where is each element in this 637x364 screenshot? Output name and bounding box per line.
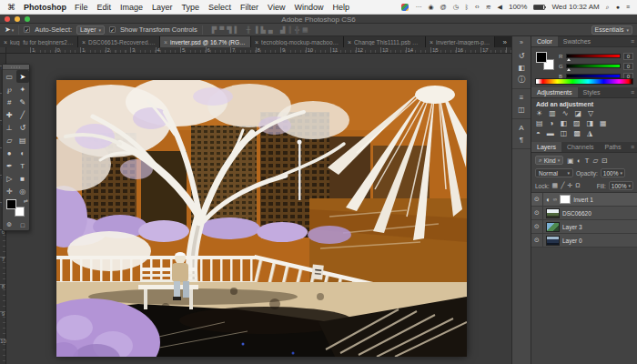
menu-3[interactable]: Layer (152, 3, 173, 12)
healing-brush-tool[interactable]: ✚ (3, 108, 16, 121)
rectangular-marquee-tool[interactable]: ▭ (3, 70, 16, 83)
notification-center-icon[interactable]: ≡ (626, 4, 630, 10)
brush-tool[interactable]: ╱ (16, 108, 30, 121)
layer-name[interactable]: Layer 3 (562, 224, 582, 230)
document-tab-6[interactable]: × inverter-imagem-photoshop (426, 36, 495, 47)
show-transform-checkbox[interactable]: ✓ (109, 26, 116, 33)
color-lookup-icon[interactable]: ▦ (600, 119, 607, 127)
panel-menu-icon[interactable]: ≡ (631, 142, 637, 152)
green-value[interactable]: 0 (623, 63, 633, 70)
layer-row-dsc06620[interactable]: ⊙ DSC06620 (531, 207, 637, 220)
swap-colors-icon[interactable]: ⇄ (24, 197, 28, 204)
move-tool[interactable]: ➤ (16, 70, 30, 83)
crop-tool[interactable]: # (3, 96, 16, 108)
close-icon[interactable]: × (4, 39, 7, 46)
photo-filter-icon[interactable]: ▨ (573, 119, 581, 127)
layer-name[interactable]: Invert 1 (573, 197, 593, 203)
canvas-image[interactable] (56, 80, 467, 357)
lock-transparency-icon[interactable]: ▦ (552, 182, 559, 189)
document-tab-2[interactable]: × DSC06615-Recovered.JPG @ ... (78, 36, 160, 47)
expand-panels-icon[interactable]: » (520, 36, 523, 47)
dodge-tool[interactable]: ◐ (16, 147, 30, 159)
distribute-left-icon[interactable]: ║ (288, 26, 292, 34)
visibility-eye-icon[interactable]: ⊙ (531, 234, 543, 247)
zoom-tool[interactable]: ◎ (16, 185, 30, 197)
swirl-icon[interactable]: @ (440, 4, 447, 10)
auto-select-dropdown[interactable]: Layer ▾ (76, 25, 105, 35)
align-h-centers-icon[interactable]: ▀ (219, 26, 224, 34)
lock-all-icon[interactable]: Ω (575, 182, 580, 189)
character-panel-icon[interactable]: A (519, 122, 523, 134)
panel-menu-icon[interactable]: ≡ (631, 87, 637, 97)
code-brackets-icon[interactable]: ‹› (475, 4, 480, 10)
tab-overflow-button[interactable]: » (499, 36, 511, 47)
history-panel-icon[interactable]: ↺ (519, 50, 525, 62)
close-icon[interactable]: × (348, 39, 351, 46)
align-right-edges-icon[interactable]: ▜ (227, 26, 231, 34)
menu-6[interactable]: Filter (240, 3, 258, 12)
selective-color-icon[interactable]: ▩ (573, 129, 581, 137)
levels-icon[interactable]: ▥ (549, 109, 556, 117)
screen-mode-button[interactable]: □ (16, 219, 30, 230)
distribute-h-centers-icon[interactable]: ╬ (295, 26, 299, 34)
battery-icon[interactable] (533, 5, 545, 10)
quick-mask-mode-button[interactable]: ⊚ (3, 219, 16, 230)
bluetooth-icon[interactable]: ᛒ (465, 4, 469, 10)
red-value[interactable]: 0 (623, 53, 633, 60)
layer-thumbnail[interactable] (546, 208, 560, 218)
clone-stamp-tool[interactable]: ⊥ (3, 121, 16, 134)
current-tool-icon[interactable]: ➤ ▾ (5, 25, 14, 34)
dark-circle-icon[interactable]: ● (616, 4, 620, 10)
tool-presets-panel-icon[interactable]: ≡ (520, 92, 524, 104)
document-tab-5[interactable]: × Change This1111.psb @ 33.3... (344, 36, 426, 47)
exposure-icon[interactable]: ◪ (574, 109, 581, 117)
filter-shape-layers-icon[interactable]: ▱ (592, 157, 598, 165)
layer-filter-dropdown[interactable]: ⌕ Kind ▾ (535, 156, 563, 165)
opacity-field[interactable]: 100% ▾ (601, 168, 625, 177)
foreground-color-swatch[interactable] (6, 199, 16, 209)
type-tool[interactable]: T (16, 159, 30, 172)
tab-color[interactable]: Color (531, 36, 558, 46)
filter-pixel-layers-icon[interactable]: ▣ (567, 157, 573, 165)
layer-thumbnail[interactable] (546, 236, 560, 246)
menu-0[interactable]: File (75, 3, 88, 12)
menu-2[interactable]: Image (120, 3, 143, 12)
align-left-edges-icon[interactable]: ▛ (212, 26, 217, 34)
styles-panel-icon[interactable]: ◫ (518, 104, 525, 116)
document-tab-1[interactable]: × kug_fu for beginners2.psd @... (0, 36, 78, 47)
color-balance-icon[interactable]: ◑ (550, 119, 554, 127)
menu-clock[interactable]: Wed 10:32 AM (551, 3, 599, 11)
tab-channels[interactable]: Channels (561, 142, 600, 152)
posterize-icon[interactable]: ▬ (547, 129, 554, 137)
battery-percent[interactable]: 100% (509, 3, 527, 11)
layer-thumbnail[interactable] (546, 222, 560, 232)
clock-icon[interactable]: ◷ (453, 4, 459, 11)
filter-adjustment-layers-icon[interactable]: ◐ (577, 157, 581, 165)
layer-row-layer-0[interactable]: ⊙ Layer 0 (531, 234, 637, 248)
document-tab-4[interactable]: × tecnoblog-mockup-macbook.psd (251, 36, 344, 47)
align-bottom-edges-icon[interactable]: ▐ (253, 26, 258, 34)
path-selection-tool[interactable]: ▷ (3, 172, 16, 185)
close-icon[interactable]: × (430, 39, 433, 46)
green-slider[interactable] (566, 64, 621, 68)
close-icon[interactable]: × (255, 39, 258, 46)
panel-menu-icon[interactable]: ≡ (631, 36, 637, 46)
menu-4[interactable]: Type (182, 3, 200, 12)
black-white-icon[interactable]: ◧ (560, 119, 567, 127)
align-v-centers-icon[interactable]: ╫ (246, 26, 250, 34)
visibility-eye-icon[interactable]: ⊙ (531, 193, 543, 206)
foreground-color-swatch[interactable] (536, 52, 547, 63)
menu-9[interactable]: Help (332, 3, 349, 12)
layer-name[interactable]: Layer 0 (562, 238, 582, 244)
info-panel-icon[interactable]: ⓘ (518, 74, 525, 86)
distribute-bottom-icon[interactable]: ▟ (280, 26, 285, 34)
align-top-edges-icon[interactable]: ▌ (234, 26, 238, 34)
fill-field[interactable]: 100% ▾ (609, 181, 633, 190)
eraser-tool[interactable]: ▱ (3, 134, 16, 147)
layer-row-invert-1[interactable]: ⊙ ◐ ∞ Invert 1 (531, 193, 637, 207)
filter-smart-objects-icon[interactable]: ⊡ (602, 157, 607, 165)
invert-icon[interactable]: ◓ (536, 129, 541, 137)
menu-5[interactable]: Select (208, 3, 231, 12)
menu-8[interactable]: Window (294, 3, 323, 12)
filter-type-layers-icon[interactable]: T (585, 157, 590, 165)
